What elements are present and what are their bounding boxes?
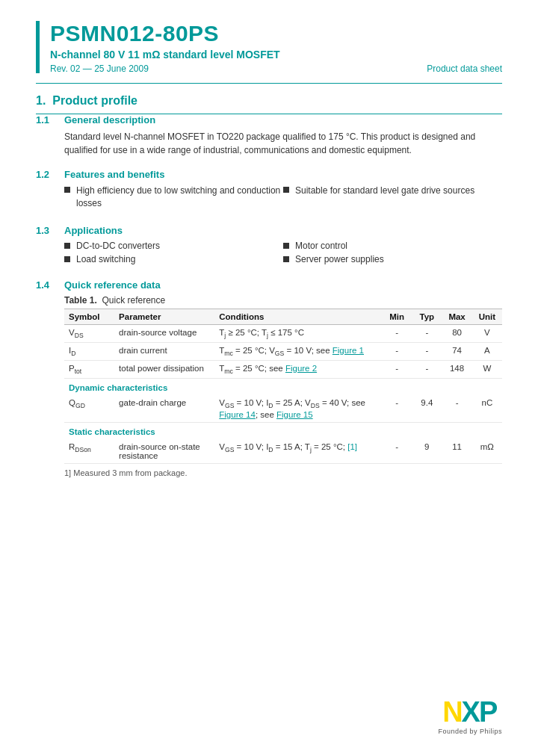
figure14-link[interactable]: Figure 14 [219, 410, 256, 419]
table-row: QGD gate-drain charge VGS = 10 V; ID = 2… [64, 395, 502, 422]
figure1-link[interactable]: Figure 1 [333, 346, 364, 355]
ref-bracket: [1] [347, 442, 357, 451]
app-bullet-3 [283, 243, 289, 249]
app-bullet-1 [64, 243, 70, 249]
product-rev: Rev. 02 — 25 June 2009 [50, 63, 149, 74]
feature-item-1: High efficiency due to low switching and… [64, 185, 283, 210]
subsection-1-2: 1.2 Features and benefits High efficienc… [36, 169, 502, 213]
features-col-1: High efficiency due to low switching and… [64, 185, 283, 213]
th-typ: Typ [412, 309, 442, 324]
bullet-icon-2 [283, 187, 289, 193]
table-caption: Table 1. Quick reference [64, 295, 502, 306]
cell-param: gate-drain charge [114, 395, 214, 422]
subsection-1-4: 1.4 Quick reference data Table 1. Quick … [36, 279, 502, 477]
subsection-1-2-title: 1.2 Features and benefits [36, 169, 502, 180]
subsection-1-1: 1.1 General description Standard level N… [36, 114, 502, 157]
table-section-row-dynamic: Dynamic characteristics [64, 379, 502, 396]
section1-title: 1. Product profile [0, 84, 538, 114]
cell-typ: - [412, 324, 442, 342]
app-item-2: Load switching [64, 254, 283, 264]
cell-symbol: ID [64, 342, 114, 360]
product-datasheet-label: Product data sheet [427, 63, 502, 74]
figure15-link[interactable]: Figure 15 [276, 410, 313, 419]
header-accent-bar [36, 21, 40, 73]
logo-letter-p: P [479, 698, 498, 726]
page-header: PSMN012-80PS N-channel 80 V 11 mΩ standa… [0, 0, 538, 83]
bullet-icon-1 [64, 187, 70, 193]
features-list: High efficiency due to low switching and… [64, 185, 502, 213]
table-caption-label: Table 1. [64, 295, 102, 306]
cell-min: - [382, 395, 412, 422]
cell-conditions: VGS = 10 V; ID = 25 A; VDS = 40 V; see F… [214, 395, 382, 422]
subsection-1-3-title: 1.3 Applications [36, 225, 502, 236]
cell-max: 11 [442, 439, 471, 464]
logo-tagline: Founded by Philips [438, 728, 502, 735]
cell-unit: W [472, 361, 502, 379]
table-row: VDS drain-source voltage Tj ≥ 25 °C; Tj … [64, 324, 502, 342]
cell-typ: 9.4 [412, 395, 442, 422]
cell-unit: A [472, 342, 502, 360]
table-section-row-static: Static characteristics [64, 422, 502, 439]
features-col-2: Suitable for standard level gate drive s… [283, 185, 502, 213]
cell-symbol: RDSon [64, 439, 114, 464]
cell-conditions: VGS = 10 V; ID = 15 A; Tj = 25 °C; [1] [214, 439, 382, 464]
figure2-link[interactable]: Figure 2 [285, 364, 317, 373]
feature-item-2: Suitable for standard level gate drive s… [283, 185, 502, 197]
nxp-logo-area: N X P Founded by Philips [438, 698, 502, 735]
quick-ref-section: Table 1. Quick reference Symbol Paramete… [64, 295, 502, 477]
cell-min: - [382, 342, 412, 360]
section1-content: 1.1 General description Standard level N… [0, 114, 538, 477]
product-title: PSMN012-80PS [50, 21, 502, 46]
table-row: ID drain current Tmc = 25 °C; VGS = 10 V… [64, 342, 502, 360]
cell-unit: V [472, 324, 502, 342]
cell-symbol: VDS [64, 324, 114, 342]
cell-param: drain-source voltage [114, 324, 214, 342]
table-row: RDSon drain-source on-state resistance V… [64, 439, 502, 464]
cell-max: 74 [442, 342, 471, 360]
subsection-1-3: 1.3 Applications DC-to-DC converters Loa… [36, 225, 502, 267]
cell-unit: nC [472, 395, 502, 422]
cell-typ: - [412, 361, 442, 379]
logo-letter-n: N [442, 698, 461, 726]
app-item-3: Motor control [283, 241, 502, 251]
cell-param: drain current [114, 342, 214, 360]
th-symbol: Symbol [64, 309, 114, 324]
app-bullet-2 [64, 256, 70, 262]
product-rev-row: Rev. 02 — 25 June 2009 Product data shee… [50, 63, 502, 74]
subsection-1-4-title: 1.4 Quick reference data [36, 279, 502, 291]
table-footnote: 1] Measured 3 mm from package. [64, 468, 502, 477]
app-bullet-4 [283, 256, 289, 262]
product-subtitle: N-channel 80 V 11 mΩ standard level MOSF… [50, 49, 502, 61]
cell-conditions: Tmc = 25 °C; VGS = 10 V; see Figure 1 [214, 342, 382, 360]
subsection-1-1-text: Standard level N-channel MOSFET in TO220… [64, 130, 502, 157]
cell-max: 148 [442, 361, 471, 379]
cell-param: drain-source on-state resistance [114, 439, 214, 464]
cell-conditions: Tmc = 25 °C; see Figure 2 [214, 361, 382, 379]
th-conditions: Conditions [214, 309, 382, 324]
quick-ref-table: Symbol Parameter Conditions Min Typ Max … [64, 309, 502, 464]
table-caption-name: Quick reference [102, 295, 165, 306]
app-item-1: DC-to-DC converters [64, 241, 283, 251]
cell-max: 80 [442, 324, 471, 342]
section-label-dynamic: Dynamic characteristics [64, 379, 502, 396]
section-label-static: Static characteristics [64, 422, 502, 439]
th-min: Min [382, 309, 412, 324]
table-header-row: Symbol Parameter Conditions Min Typ Max … [64, 309, 502, 324]
cell-typ: - [412, 342, 442, 360]
table-row: Ptot total power dissipation Tmc = 25 °C… [64, 361, 502, 379]
apps-col-1: DC-to-DC converters Load switching [64, 241, 283, 267]
cell-symbol: Ptot [64, 361, 114, 379]
apps-col-2: Motor control Server power supplies [283, 241, 502, 267]
cell-unit: mΩ [472, 439, 502, 464]
nxp-logo: N X P [442, 698, 498, 726]
cell-min: - [382, 324, 412, 342]
cell-typ: 9 [412, 439, 442, 464]
header-text-block: PSMN012-80PS N-channel 80 V 11 mΩ standa… [50, 21, 502, 74]
cell-conditions: Tj ≥ 25 °C; Tj ≤ 175 °C [214, 324, 382, 342]
cell-min: - [382, 361, 412, 379]
logo-letter-x: X [462, 698, 479, 726]
cell-param: total power dissipation [114, 361, 214, 379]
cell-symbol: QGD [64, 395, 114, 422]
th-unit: Unit [472, 309, 502, 324]
th-max: Max [442, 309, 471, 324]
